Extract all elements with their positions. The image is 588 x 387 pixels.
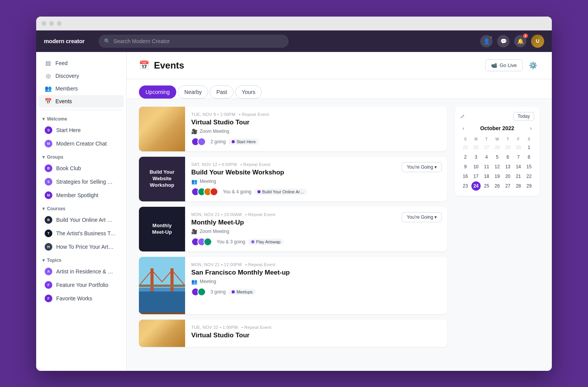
build-online-art-avatar: B [45,216,52,224]
sidebar-item-members[interactable]: 👥 Members [38,82,124,95]
cal-label-t2: T [503,136,513,142]
sidebar-item-artists-toolkit[interactable]: T The Artist's Business Toolkit [38,227,124,240]
avatar-group-1 [191,137,204,146]
notifications-button[interactable]: 🔔 2 [514,35,526,47]
tab-upcoming[interactable]: Upcoming [139,85,176,99]
sidebar-item-book-club[interactable]: B Book Club [38,162,124,175]
cal-day-27a[interactable]: 27 [482,143,491,152]
sidebar-divider-1 [40,110,122,110]
event-card-website-workshop: Build YourWebsiteWorkshop SAT, NOV 12 • … [139,157,447,201]
cal-day-15[interactable]: 15 [525,162,534,171]
sidebar-item-how-to-price[interactable]: H How To Price Your Artwork S… [38,240,124,253]
cal-day-28a[interactable]: 28 [493,143,502,152]
events-settings-button[interactable]: ⚙️ [526,59,540,72]
notification-badge: 2 [523,34,528,38]
go-live-button[interactable]: 📹 Go Live [485,59,523,71]
calendar-expand-icon[interactable]: ⤢ [460,113,465,119]
sidebar-item-feed[interactable]: ▤ Feed [38,57,124,69]
close-dot[interactable] [42,21,46,26]
sidebar-item-start-here[interactable]: S Start Here [38,124,124,137]
sidebar-item-favorite-works[interactable]: F Favorite Works [38,292,124,305]
cal-day-16[interactable]: 16 [461,172,470,181]
calendar-header: ‹ October 2022 › [460,124,534,132]
event-card-virtual-studio-2: TUE, NOV 22 • 1:00PM • Repeat Event Virt… [139,320,447,347]
add-member-button[interactable]: 👤+ [480,35,493,47]
cal-day-4[interactable]: 4 [482,152,491,162]
cal-day-18[interactable]: 18 [482,172,491,181]
sidebar-item-events[interactable]: 📅 Events [38,95,124,107]
sidebar-item-feature-portfolio[interactable]: F Feature Your Portfolio [38,278,124,292]
going-button-2[interactable]: You're Going ▾ [402,162,442,172]
section-courses[interactable]: ▾ Courses [36,202,126,213]
sidebar-item-artist-residence[interactable]: A Artist in Residence & Grants [38,265,124,278]
cal-day-12[interactable]: 12 [493,162,502,171]
minimize-dot[interactable] [49,21,54,26]
sidebar-item-discovery[interactable]: ◎ Discovery [38,70,124,82]
members-label: Members [55,85,78,92]
cal-day-11[interactable]: 11 [482,162,491,171]
svg-rect-3 [170,268,174,295]
go-live-label: Go Live [499,62,517,68]
calendar-prev-button[interactable]: ‹ [460,124,467,132]
user-avatar[interactable]: U [531,35,544,48]
cal-day-26a[interactable]: 26 [471,143,481,152]
cal-day-25b[interactable]: 25 [482,181,491,191]
cal-day-8[interactable]: 8 [525,152,534,162]
section-groups[interactable]: ▾ Groups [36,151,126,161]
cal-day-13[interactable]: 13 [503,162,513,171]
cal-day-24-today[interactable]: 24 [471,181,481,191]
cal-day-23[interactable]: 23 [461,181,470,191]
cal-day-21[interactable]: 21 [514,172,523,181]
calendar-today-button[interactable]: Today [513,112,534,121]
cal-day-6[interactable]: 6 [503,152,513,162]
cal-day-19[interactable]: 19 [493,172,502,181]
section-welcome[interactable]: ▾ Welcome [36,112,126,123]
calendar-next-button[interactable]: › [528,124,534,132]
header-actions: 📹 Go Live ⚙️ [485,59,540,72]
sidebar-item-strategies[interactable]: S Strategies for Selling Your Art [38,175,124,188]
cal-day-25a[interactable]: 25 [461,143,470,152]
events-header: 📅 Events 📹 Go Live ⚙️ [127,52,552,79]
search-bar[interactable]: 🔍 Search Modern Creator [99,35,289,48]
tab-nearby[interactable]: Nearby [178,85,208,99]
section-topics[interactable]: ▾ Topics [36,254,126,265]
discovery-label: Discovery [55,73,79,79]
cal-day-22[interactable]: 22 [525,172,534,181]
cal-day-20[interactable]: 20 [503,172,513,181]
cal-day-17[interactable]: 17 [471,172,481,181]
zoom-icon-1: 🎥 [191,129,197,134]
events-icon: 📅 [45,98,52,105]
event-type-3: 🎥 Zoom Meeting [191,229,441,235]
cal-day-26b[interactable]: 26 [493,181,502,191]
cal-day-14[interactable]: 14 [514,162,523,171]
going-button-3[interactable]: You're Going ▾ [402,212,442,222]
channel-label-4: Meetups [236,290,252,294]
attendees-count-2: You & 4 going [223,189,251,194]
fullscreen-dot[interactable] [57,21,62,26]
sidebar-item-build-online-art[interactable]: B Build Your Online Art Busines… [38,213,124,226]
cal-day-29a[interactable]: 29 [503,143,513,152]
sidebar-item-member-spotlight[interactable]: M Member Spotlight [38,189,124,202]
cal-day-9[interactable]: 9 [461,162,470,171]
cal-day-3[interactable]: 3 [471,152,481,162]
cal-day-5[interactable]: 5 [493,152,502,162]
cal-day-29b[interactable]: 29 [525,181,534,191]
messages-button[interactable]: 💬 [497,35,509,47]
tab-yours[interactable]: Yours [235,85,262,99]
tab-past[interactable]: Past [210,85,234,99]
cal-day-2[interactable]: 2 [461,152,470,162]
members-icon: 👥 [45,85,52,92]
favorite-works-avatar: F [45,295,52,302]
sidebar-item-modern-creator-chat[interactable]: M Modern Creator Chat [38,137,124,150]
cal-day-28b[interactable]: 28 [514,181,523,191]
cal-day-30a[interactable]: 30 [514,143,523,152]
cal-day-10[interactable]: 10 [471,162,481,171]
cal-day-7[interactable]: 7 [514,152,523,162]
titlebar [36,17,552,30]
groups-section-label: Groups [47,154,63,160]
cal-day-27b[interactable]: 27 [503,181,513,191]
topnav: modern creator 🔍 Search Modern Creator 👤… [36,30,552,52]
cal-day-1[interactable]: 1 [525,143,534,152]
book-club-avatar: B [45,164,52,172]
nav-icons: 👤+ 💬 🔔 2 U [480,35,544,48]
